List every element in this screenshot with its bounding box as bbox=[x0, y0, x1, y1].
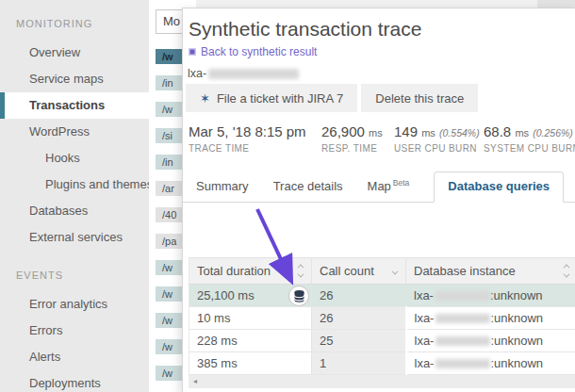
sidebar-item-plugins-themes[interactable]: Plugins and themes bbox=[0, 172, 149, 198]
sidebar-item-deployments[interactable]: Deployments bbox=[0, 370, 149, 392]
back-square-icon bbox=[189, 48, 196, 56]
stat-label: TRACE TIME bbox=[189, 143, 321, 154]
file-jira-ticket-button[interactable]: ✶ File a ticket with JIRA 7 bbox=[186, 84, 357, 112]
delete-trace-button[interactable]: Delete this trace bbox=[361, 84, 478, 112]
stat-value: 68.8 ms (0.256%) bbox=[484, 123, 575, 139]
stat-label: USER CPU BURN bbox=[394, 143, 484, 154]
database-queries-table: Total duration Call count Database insta… bbox=[189, 257, 575, 375]
redacted-host-name bbox=[208, 69, 299, 79]
table-row[interactable]: 25,100 ms 26 lxa-:unknown bbox=[189, 285, 575, 307]
sidebar-item-alerts[interactable]: Alerts bbox=[0, 344, 149, 370]
tab-trace-details[interactable]: Trace details bbox=[273, 172, 343, 202]
app-window: MONITORING Overview Service maps Transac… bbox=[0, 0, 575, 392]
table-row[interactable]: 228 ms 25 lxa-:unknown bbox=[189, 330, 575, 352]
redacted-instance bbox=[435, 336, 490, 346]
sidebar-section-events: EVENTS Error analytics Errors Alerts Dep… bbox=[0, 265, 149, 392]
back-link-label: Back to synthetic result bbox=[201, 45, 317, 58]
sidebar-item-overview[interactable]: Overview bbox=[0, 40, 149, 66]
stat-value: Mar 5, '18 8:15 pm bbox=[189, 123, 321, 139]
stat-trace-time: Mar 5, '18 8:15 pm TRACE TIME bbox=[189, 123, 321, 154]
cell-call-count: 26 bbox=[312, 285, 406, 307]
trace-id-prefix: lxa- bbox=[188, 67, 206, 80]
redacted-instance bbox=[435, 359, 490, 368]
cell-duration: 10 ms bbox=[189, 307, 312, 330]
column-call-count[interactable]: Call count bbox=[312, 258, 406, 285]
sidebar-item-hooks[interactable]: Hooks bbox=[0, 145, 149, 172]
back-to-synthetic-link[interactable]: Back to synthetic result bbox=[189, 45, 317, 58]
trace-tabs: Summary Trace details MapBeta Database q… bbox=[183, 174, 575, 203]
tab-summary[interactable]: Summary bbox=[196, 172, 249, 202]
sidebar-item-errors[interactable]: Errors bbox=[0, 318, 149, 344]
sidebar-item-wordpress[interactable]: WordPress bbox=[0, 119, 149, 145]
cell-call-count: 25 bbox=[312, 330, 406, 352]
action-buttons: ✶ File a ticket with JIRA 7 Delete this … bbox=[186, 84, 478, 112]
column-database-instance[interactable]: Database instance bbox=[406, 258, 575, 285]
sidebar-item-databases[interactable]: Databases bbox=[0, 198, 149, 224]
cell-database-instance: lxa-:unknown bbox=[406, 330, 575, 352]
stat-value: 26,900 ms bbox=[321, 123, 394, 139]
trace-dialog: Synthetic transaction trace Back to synt… bbox=[182, 8, 575, 392]
column-total-duration[interactable]: Total duration bbox=[189, 258, 312, 285]
trace-stats: Mar 5, '18 8:15 pm TRACE TIME 26,900 ms … bbox=[189, 123, 575, 154]
cell-database-instance: lxa-:unknown bbox=[406, 285, 575, 307]
sort-desc-icon[interactable] bbox=[392, 268, 399, 274]
table-header-row: Total duration Call count Database insta… bbox=[189, 258, 575, 285]
page-title: Synthetic transaction trace bbox=[189, 18, 421, 41]
sort-icon[interactable] bbox=[564, 265, 569, 277]
tab-database-queries[interactable]: Database queries bbox=[434, 172, 564, 203]
sidebar-header-events: EVENTS bbox=[0, 265, 149, 291]
sidebar-item-transactions[interactable]: Transactions bbox=[0, 92, 149, 119]
cell-duration: 385 ms bbox=[189, 352, 312, 375]
delete-button-label: Delete this trace bbox=[375, 91, 464, 106]
jira-star-icon: ✶ bbox=[200, 91, 210, 106]
stat-resp-time: 26,900 ms RESP. TIME bbox=[321, 123, 394, 154]
sidebar-item-error-analytics[interactable]: Error analytics bbox=[0, 291, 149, 318]
cell-call-count: 1 bbox=[312, 352, 406, 375]
redacted-instance bbox=[435, 291, 490, 301]
table-row[interactable]: 10 ms 26 lxa-:unknown bbox=[189, 307, 575, 330]
jira-button-label: File a ticket with JIRA 7 bbox=[217, 91, 343, 106]
stat-label: RESP. TIME bbox=[321, 143, 394, 154]
cell-database-instance: lxa-:unknown bbox=[406, 307, 575, 330]
cell-database-instance: lxa-:unknown bbox=[406, 352, 575, 375]
background-page-strip bbox=[537, 0, 575, 8]
stat-system-cpu-burn: 68.8 ms (0.256%) SYSTEM CPU BURN bbox=[484, 123, 575, 154]
horizontal-scrollbar[interactable]: ◂ bbox=[189, 375, 575, 388]
beta-badge: Beta bbox=[393, 178, 410, 188]
stat-user-cpu-burn: 149 ms (0.554%) USER CPU BURN bbox=[394, 123, 484, 154]
trace-host-id: lxa- bbox=[188, 67, 299, 80]
sidebar-header-monitoring: MONITORING bbox=[0, 13, 149, 40]
sidebar: MONITORING Overview Service maps Transac… bbox=[0, 0, 149, 392]
cell-duration: 25,100 ms bbox=[189, 285, 312, 307]
sidebar-section-monitoring: MONITORING Overview Service maps Transac… bbox=[0, 13, 149, 251]
cell-duration: 228 ms bbox=[189, 330, 312, 352]
database-icon[interactable] bbox=[288, 286, 309, 306]
sidebar-item-external-services[interactable]: External services bbox=[0, 224, 149, 251]
scroll-left-arrow-icon[interactable]: ◂ bbox=[193, 376, 197, 387]
sort-icon[interactable] bbox=[298, 265, 304, 277]
stat-label: SYSTEM CPU BURN bbox=[484, 143, 575, 154]
cell-call-count: 26 bbox=[312, 307, 406, 330]
table-row[interactable]: 385 ms 1 lxa-:unknown bbox=[189, 352, 575, 375]
sidebar-item-service-maps[interactable]: Service maps bbox=[0, 66, 149, 92]
stat-value: 149 ms (0.554%) bbox=[394, 123, 484, 139]
tab-map[interactable]: MapBeta bbox=[368, 172, 410, 202]
redacted-instance bbox=[435, 314, 490, 323]
